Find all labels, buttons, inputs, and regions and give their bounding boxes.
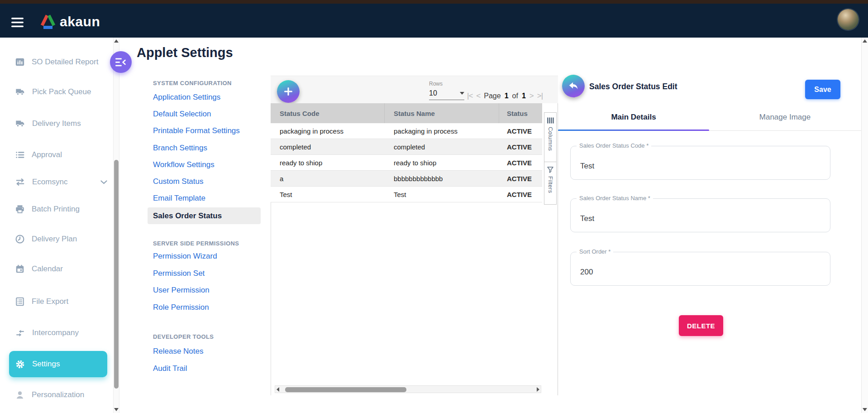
nav-section-developer-tools: DEVELOPER TOOLS [153,333,214,340]
pagination: |< < Page 1 of 1 > >| [467,91,543,101]
sidebar-item-so-detailed-report[interactable]: SO Detailed Report [0,51,112,73]
nav-item-printable-format-settings[interactable]: Printable Format Settings [153,125,240,137]
save-button[interactable]: Save [805,80,840,99]
sidebar-item-batch-printing[interactable]: Batch Printing [0,198,112,220]
nav-item-workflow-settings[interactable]: Workflow Settings [153,159,215,171]
cell-status: ACTIVE [499,171,542,186]
field-sales-order-status-name: Sales Order Status Name * [570,198,830,232]
rows-per-page-select[interactable]: Rows 10 [429,81,464,100]
chevron-down-icon[interactable] [100,178,107,187]
of-word: of [512,92,518,100]
next-page-button[interactable]: > [529,91,534,101]
scroll-right-arrow[interactable] [537,387,539,392]
scroll-down-arrow[interactable] [863,408,867,411]
nav-item-permission-wizard[interactable]: Permission Wizard [153,250,217,262]
window-scrollbar[interactable] [861,38,868,413]
sidebar-item-label: Approval [32,150,62,159]
hamburger-menu-icon[interactable] [11,18,24,27]
filters-side-tab[interactable]: Filters [544,162,557,205]
add-record-button[interactable] [277,80,300,103]
list-icon [15,150,25,160]
dropdown-caret-icon [460,92,464,95]
filters-tab-label: Filters [547,176,554,193]
cell-status-name: packaging in process [385,123,499,139]
nav-item-audit-trail[interactable]: Audit Trail [153,363,187,375]
table-row[interactable]: Test Test ACTIVE [271,187,542,202]
scroll-left-arrow[interactable] [277,387,279,392]
horizontal-scrollbar-thumb[interactable] [285,387,406,392]
back-arrow-icon [568,81,579,91]
app-header: akaun [0,4,868,38]
column-header-status[interactable]: Status [499,103,542,123]
sidebar-item-personalization[interactable]: Personalization [0,384,112,406]
brand-logo[interactable]: akaun [40,14,100,30]
sidebar-item-label: Batch Printing [32,205,80,214]
nav-item-user-permission[interactable]: User Permission [153,284,210,296]
total-pages-number: 1 [522,92,526,100]
sidebar-item-calendar[interactable]: Calendar [0,258,112,280]
collapse-menu-button[interactable] [110,51,132,73]
sidebar-item-approval[interactable]: Approval [0,144,112,166]
sidebar-item-label: Ecomsync [32,178,67,187]
calendar-icon [15,264,25,274]
rows-label: Rows [429,81,464,87]
sidebar-item-file-export[interactable]: File Export [0,291,112,312]
sidebar-item-settings[interactable]: Settings [9,351,107,377]
nav-item-sales-order-status[interactable]: Sales Order Status [148,207,261,224]
nav-item-permission-set[interactable]: Permission Set [153,268,205,279]
table-row[interactable]: completed completed ACTIVE [271,139,542,155]
cell-status-code: packaging in process [271,123,385,139]
table-header-row: Status Code Status Name Status [271,103,542,123]
sales-order-status-name-input[interactable] [571,199,830,232]
columns-side-tab[interactable]: Columns [544,112,557,162]
column-header-status-code[interactable]: Status Code [271,103,385,123]
table-row[interactable]: packaging in process packaging in proces… [271,123,542,139]
cell-status-name: bbbbbbbbbbbbb [385,171,499,186]
column-header-status-name[interactable]: Status Name [385,103,499,123]
nav-item-role-permission[interactable]: Role Permission [153,302,209,313]
list-box-icon [15,297,25,307]
prev-page-button[interactable]: < [476,91,480,101]
sidebar-item-ecomsync[interactable]: Ecomsync [0,171,112,193]
sidebar-item-label: File Export [32,297,68,306]
nav-item-branch-settings[interactable]: Branch Settings [153,142,207,154]
sidebar-scrollbar-thumb[interactable] [114,160,119,389]
user-avatar[interactable] [838,9,858,30]
current-page-number: 1 [505,92,509,100]
first-page-button[interactable]: |< [467,91,472,101]
person-icon [15,390,25,400]
nav-item-release-notes[interactable]: Release Notes [153,346,204,357]
sidebar-item-intercompany[interactable]: Intercompany [0,322,112,344]
scroll-up-arrow[interactable] [114,39,119,43]
cell-status: ACTIVE [499,155,542,170]
table-horizontal-scrollbar[interactable] [275,385,541,393]
clock-icon [15,234,25,244]
sidebar-item-pick-pack-queue[interactable]: Pick Pack Queue [0,81,112,103]
status-table: Status Code Status Name Status packaging… [271,103,542,202]
active-tab-underline [558,130,709,131]
last-page-button[interactable]: >| [537,91,543,101]
scroll-down-arrow[interactable] [114,408,119,411]
tab-manage-image[interactable]: Manage Image [709,113,861,122]
nav-item-default-selection[interactable]: Default Selection [153,108,211,120]
truck-icon [15,119,25,129]
sidebar-item-delivery-items[interactable]: Delivery Items [0,113,112,134]
columns-tab-label: Columns [547,127,554,151]
nav-item-application-settings[interactable]: Application Settings [153,91,220,103]
back-button[interactable] [562,75,585,97]
columns-icon [547,117,554,124]
table-row[interactable]: a bbbbbbbbbbbbb ACTIVE [271,171,542,187]
cell-status-code: Test [271,187,385,202]
cell-status-name: Test [385,187,499,202]
sidebar-scrollbar[interactable] [113,38,119,413]
swap-arrows-icon [15,177,25,187]
scroll-up-arrow[interactable] [863,39,867,43]
sales-order-status-code-input[interactable] [571,146,830,179]
table-row[interactable]: ready to shiop ready to shiop ACTIVE [271,155,542,171]
nav-item-email-template[interactable]: Email Template [153,192,205,204]
sidebar-item-delivery-plan[interactable]: Delivery Plan [0,228,112,250]
nav-item-custom-status[interactable]: Custom Status [153,176,204,187]
sort-order-input[interactable] [571,252,830,285]
delete-button[interactable]: DELETE [679,315,723,336]
tab-main-details[interactable]: Main Details [558,113,709,122]
